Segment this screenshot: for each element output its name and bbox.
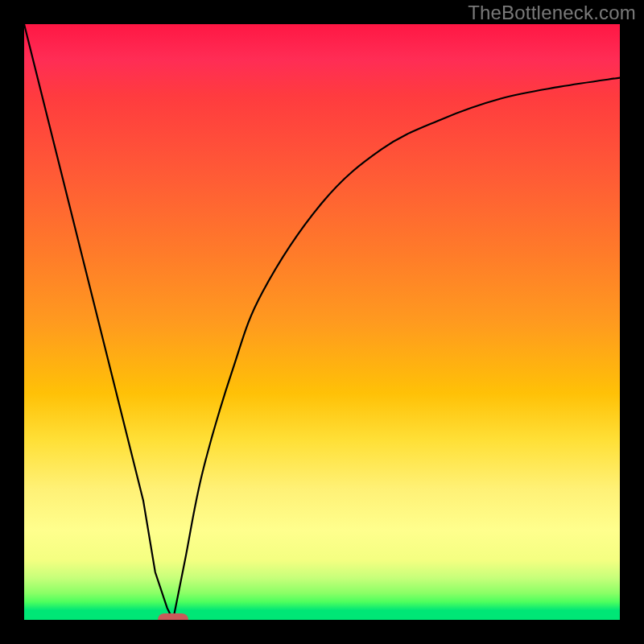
curve-left-branch bbox=[24, 24, 173, 620]
plot-area bbox=[24, 24, 620, 620]
curve-right-branch bbox=[173, 78, 620, 620]
watermark-text: TheBottleneck.com bbox=[468, 2, 636, 24]
chart-frame: TheBottleneck.com bbox=[0, 0, 644, 644]
min-marker bbox=[158, 613, 188, 620]
curve-svg bbox=[24, 24, 620, 620]
